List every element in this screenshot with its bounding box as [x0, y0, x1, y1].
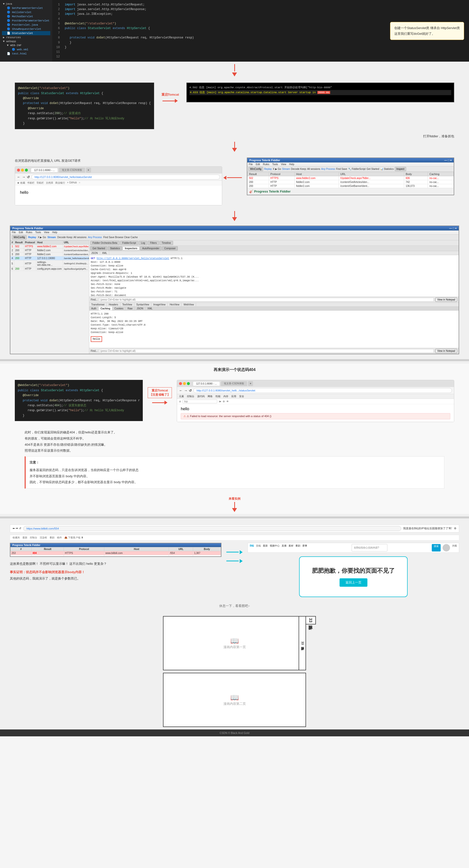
menu-view-large[interactable]: View	[44, 231, 49, 234]
forward-btn[interactable]: →	[22, 175, 25, 179]
file-tree-item-getparameterservlet[interactable]: 🔵 GetParameterServlet	[2, 6, 50, 10]
tab-cookies[interactable]: Cookies	[113, 307, 126, 310]
table-row[interactable]	[10, 555, 221, 556]
tab-log[interactable]: Log	[139, 241, 148, 245]
table-row[interactable]: 253 404 HTTPS www.bilibili.com /554 1,38…	[10, 551, 221, 555]
devtools-tab-application[interactable]: 应用	[231, 395, 236, 398]
menu-file-large[interactable]: File	[12, 231, 16, 234]
back-btn[interactable]: ←	[17, 175, 21, 179]
tab-transformer[interactable]: Transformer	[89, 303, 107, 306]
tab-syntaxview[interactable]: SyntaxView	[134, 303, 151, 306]
browser-tab-1[interactable]: 127.0.0.1:8080 - ...	[31, 168, 58, 173]
tab-composer[interactable]: Composer	[162, 246, 178, 250]
devtools-tab-sources[interactable]: 源代码	[197, 395, 205, 398]
browser-tab-404-2[interactable]: 笔文章-CSDN博客	[221, 381, 247, 386]
devtools-tab-memory[interactable]: 内存	[223, 395, 228, 398]
menu-rules-large[interactable]: Rules	[26, 231, 32, 234]
table-row[interactable]: 3 200 HTTP fiddler2.com /content/GetBann…	[10, 252, 90, 256]
devtools-tab-security[interactable]: 安全	[239, 395, 244, 398]
table-row[interactable]: 502 HTTPS www.fiddler2.com /UpdateCheck.…	[248, 176, 454, 180]
file-tree-item-java[interactable]: ▼ java	[2, 2, 50, 6]
file-tree-item-helloservlet[interactable]: 🔵 HelloServlet	[2, 10, 50, 14]
find-input-bottom[interactable]	[99, 349, 434, 353]
view-in-notepad-btn-top[interactable]: View in Notepad	[435, 298, 457, 302]
tab-auth[interactable]: Auth	[89, 307, 99, 310]
stream-btn-small[interactable]: Stream	[282, 167, 290, 170]
tab-json-resp[interactable]: JSON	[135, 307, 146, 310]
file-tree-item-testhtml[interactable]: 📄 test.html	[2, 52, 50, 56]
table-row[interactable]: 1 502 HTTPS www.fiddler2.com /UpdateChec…	[10, 245, 90, 248]
file-tree-item-postgetparameterservlet[interactable]: 🔵 PostGetParameterServlet	[2, 19, 50, 23]
tab-caching[interactable]: Caching	[99, 307, 113, 310]
view-in-notepad-btn-bottom[interactable]: View in Notepad	[435, 349, 457, 353]
tab-inspectors[interactable]: Inspectors	[123, 246, 139, 250]
tab-webview[interactable]: WebView	[182, 303, 196, 306]
table-row[interactable]: 6 200 HTTP config.pnym.aqqv.com /api/too…	[10, 267, 90, 271]
menu-view[interactable]: View	[281, 163, 286, 166]
file-tree-item-resources[interactable]: ▶ resources	[2, 35, 50, 39]
inspect-btn-small[interactable]: Inspect	[395, 167, 406, 171]
window-maximize-404[interactable]	[187, 382, 190, 385]
back-btn-404[interactable]: ←	[179, 389, 183, 393]
menu-help[interactable]: Help	[289, 163, 294, 166]
menu-edit[interactable]: Edit	[256, 163, 260, 166]
browser-tab-404-1[interactable]: 127.0.0.1:8080 - ...	[193, 381, 220, 386]
table-row[interactable]: 4 200 HTTP 127.0.0.1:19080 /servlet_hell…	[10, 256, 90, 260]
any-process-btn-large[interactable]: Any Process	[88, 236, 102, 239]
back-to-prev-btn[interactable]: 返回上一页	[340, 578, 367, 587]
file-tree-item-postservlet[interactable]: 🔵 PostServlet.java	[2, 23, 50, 27]
winconfig-btn[interactable]: WinConfig	[248, 167, 263, 171]
tab-fiddler-orchestra[interactable]: Fiddler Orchestra Beta	[90, 241, 120, 245]
table-row[interactable]: 200 HTTP fiddler2.com /content/GetBanner…	[248, 184, 454, 188]
file-tree-item-methodservlet[interactable]: 🔵 MethodServlet	[2, 14, 50, 19]
any-process-btn-small[interactable]: Any Process	[321, 167, 335, 170]
forward-btn-404[interactable]: →	[184, 389, 187, 393]
tab-json[interactable]: JSON	[89, 251, 100, 255]
replay-btn-large[interactable]: Replay	[28, 236, 36, 239]
devtools-tab-elements[interactable]: 元素	[179, 395, 184, 398]
bilibili-search-input[interactable]	[352, 544, 387, 552]
replay-btn-small[interactable]: Replay	[264, 167, 272, 170]
new-tab-btn[interactable]: +	[86, 167, 91, 173]
tab-fiddlerscript[interactable]: FiddlerScript	[120, 241, 138, 245]
tab-headers[interactable]: Headers	[107, 303, 120, 306]
window-close-404[interactable]	[179, 382, 182, 385]
menu-help-large[interactable]: Help	[52, 231, 58, 234]
file-tree-item-showrequestservlet[interactable]: 🔵 ShowRequestServlet	[2, 27, 50, 31]
tab-get-started[interactable]: Get Started	[90, 246, 107, 250]
tab-filters[interactable]: Filters	[148, 241, 159, 245]
bilibili-search-btn[interactable]: 搜索	[432, 544, 441, 552]
bilibili-url-bar[interactable]: https://www.bilibili.com/554	[23, 526, 401, 531]
window-minimize-404[interactable]	[183, 382, 186, 385]
winconfig-large-btn[interactable]: WinConfig	[12, 235, 27, 239]
request-url[interactable]: http://127.0.0.1:8080/servlet_hello/stat…	[97, 257, 169, 260]
menu-tools[interactable]: Tools	[272, 163, 278, 166]
address-input[interactable]: http://127.0.0.1:8080/servlet_hello/stat…	[31, 175, 220, 180]
file-tree-item-webinf[interactable]: ▼ WEB-INF	[2, 43, 50, 47]
menu-rules[interactable]: Rules	[263, 163, 269, 166]
reload-btn[interactable]: ↺	[27, 175, 30, 179]
tab-statistics[interactable]: Statistics	[108, 246, 122, 250]
tab-autoresponder[interactable]: AutoResponder	[140, 246, 162, 250]
address-404-input[interactable]: http://127.0.0.1:8080/servlet_helli.../s…	[193, 388, 452, 393]
reload-btn-404[interactable]: ↺	[189, 389, 192, 393]
tab-raw[interactable]: Raw	[126, 307, 135, 310]
devtools-tab-console[interactable]: 控制台	[187, 395, 194, 398]
tab-imageview[interactable]: ImageView	[151, 303, 168, 306]
menu-file[interactable]: File	[249, 163, 253, 166]
new-tab-btn-404[interactable]: +	[248, 381, 253, 386]
browser-tab-2[interactable]: 笔文章-CSDN博客	[59, 167, 85, 173]
file-tree-item-webxml[interactable]: 🔵 web.xml	[2, 47, 50, 52]
devtools-filter-input[interactable]	[183, 400, 217, 403]
window-close-btn[interactable]	[17, 168, 20, 172]
find-input-top[interactable]	[99, 298, 434, 302]
tab-xml-resp[interactable]: XML	[146, 307, 155, 310]
file-tree-item-webapp[interactable]: ▼ webapp	[2, 39, 50, 43]
tab-timeline[interactable]: Timeline	[160, 241, 173, 245]
tab-hexview[interactable]: HexView	[168, 303, 182, 306]
table-row[interactable]: 2 200 HTTP fiddler2.com /content/GetArti…	[10, 248, 90, 252]
tab-xml[interactable]: XML	[100, 251, 110, 255]
file-tree-item-statusservlet[interactable]: 📄 StatusServlet	[2, 31, 50, 35]
window-maximize-btn[interactable]	[25, 168, 28, 172]
devtools-tab-performance[interactable]: 性能	[216, 395, 220, 398]
